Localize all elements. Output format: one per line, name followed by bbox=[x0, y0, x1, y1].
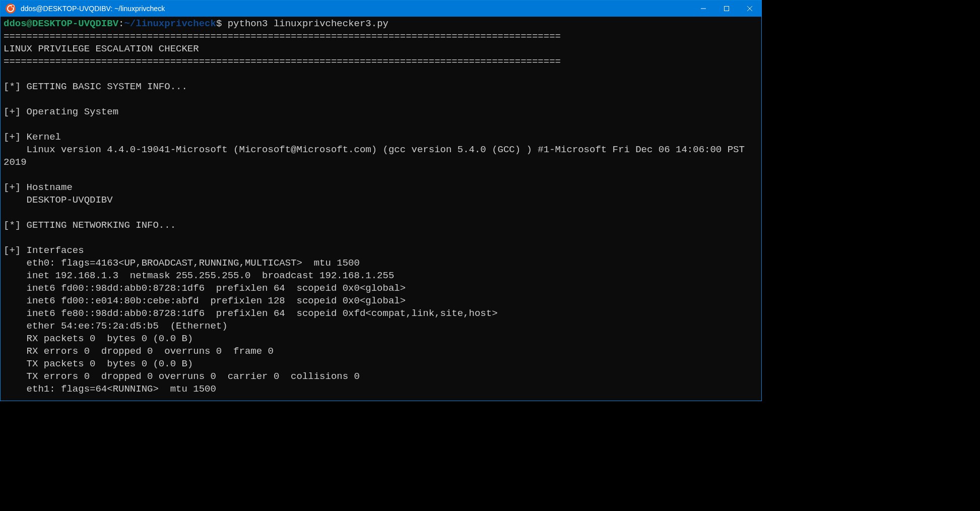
maximize-icon bbox=[724, 6, 729, 11]
output-line: TX errors 0 dropped 0 overruns 0 carrier… bbox=[4, 371, 360, 382]
terminal-window: ddos@DESKTOP-UVQDIBV: ~/linuxprivcheck d… bbox=[0, 0, 762, 401]
output-line: [+] Kernel bbox=[4, 132, 61, 143]
minimize-icon bbox=[701, 6, 706, 11]
svg-rect-1 bbox=[725, 7, 729, 11]
output-line: [*] GETTING BASIC SYSTEM INFO... bbox=[4, 81, 187, 92]
output-line: LINUX PRIVILEGE ESCALATION CHECKER bbox=[4, 43, 199, 54]
command-text: python3 linuxprivchecker3.py bbox=[228, 18, 388, 29]
minimize-button[interactable] bbox=[692, 1, 715, 17]
output-line: [+] Operating System bbox=[4, 106, 118, 117]
terminal-body[interactable]: ddos@DESKTOP-UVQDIBV:~/linuxprivcheck$ p… bbox=[1, 17, 761, 401]
window-title: ddos@DESKTOP-UVQDIBV: ~/linuxprivcheck bbox=[20, 3, 692, 15]
output-line: ether 54:ee:75:2a:d5:b5 (Ethernet) bbox=[4, 321, 228, 332]
prompt-host: DESKTOP-UVQDIBV bbox=[32, 18, 118, 29]
prompt-dollar: $ bbox=[216, 18, 222, 29]
close-icon bbox=[747, 6, 752, 11]
prompt-colon: : bbox=[118, 18, 124, 29]
prompt-user: ddos bbox=[4, 18, 27, 29]
output-line: Linux version 4.4.0-19041-Microsoft (Mic… bbox=[4, 144, 750, 168]
prompt-at: @ bbox=[27, 18, 32, 29]
output-line: ========================================… bbox=[4, 31, 561, 42]
output-line: [+] Interfaces bbox=[4, 245, 84, 256]
output-line: eth1: flags=64<RUNNING> mtu 1500 bbox=[4, 384, 216, 395]
titlebar[interactable]: ddos@DESKTOP-UVQDIBV: ~/linuxprivcheck bbox=[1, 1, 761, 17]
output-line: DESKTOP-UVQDIBV bbox=[4, 195, 113, 206]
output-line: [*] GETTING NETWORKING INFO... bbox=[4, 220, 176, 231]
close-button[interactable] bbox=[738, 1, 761, 17]
output-line: RX packets 0 bytes 0 (0.0 B) bbox=[4, 333, 193, 344]
output-line: [+] Hostname bbox=[4, 182, 73, 193]
maximize-button[interactable] bbox=[715, 1, 738, 17]
output-line: inet6 fe80::98dd:abb0:8728:1df6 prefixle… bbox=[4, 308, 498, 319]
shell-prompt: ddos@DESKTOP-UVQDIBV:~/linuxprivcheck$ bbox=[4, 18, 222, 29]
output-line: ========================================… bbox=[4, 56, 561, 67]
output-line: TX packets 0 bytes 0 (0.0 B) bbox=[4, 358, 193, 369]
ubuntu-icon bbox=[6, 4, 16, 14]
output-line: inet6 fd00::e014:80b:cebe:abfd prefixlen… bbox=[4, 295, 406, 306]
output-line: inet6 fd00::98dd:abb0:8728:1df6 prefixle… bbox=[4, 283, 406, 294]
window-controls bbox=[692, 1, 761, 17]
output-line: inet 192.168.1.3 netmask 255.255.255.0 b… bbox=[4, 270, 394, 281]
output-line: eth0: flags=4163<UP,BROADCAST,RUNNING,MU… bbox=[4, 258, 360, 269]
prompt-path: ~/linuxprivcheck bbox=[124, 18, 216, 29]
output-line: RX errors 0 dropped 0 overruns 0 frame 0 bbox=[4, 346, 274, 357]
